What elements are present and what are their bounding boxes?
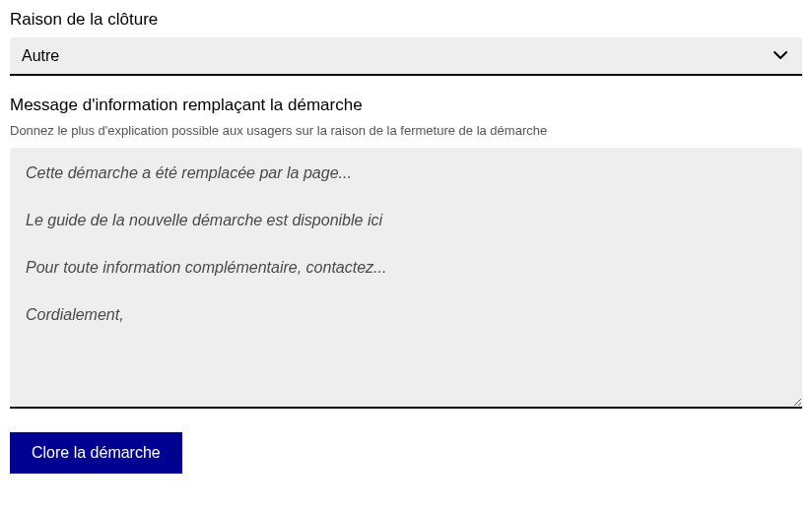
info-message-textarea[interactable]	[10, 148, 802, 409]
info-message-helper: Donnez le plus d'explication possible au…	[10, 123, 802, 138]
closure-reason-label: Raison de la clôture	[10, 10, 802, 30]
closure-reason-select[interactable]: Autre	[10, 37, 802, 76]
close-procedure-button[interactable]: Clore la démarche	[10, 432, 182, 474]
info-message-label: Message d'information remplaçant la déma…	[10, 96, 802, 115]
closure-reason-select-wrapper: Autre	[10, 37, 802, 76]
